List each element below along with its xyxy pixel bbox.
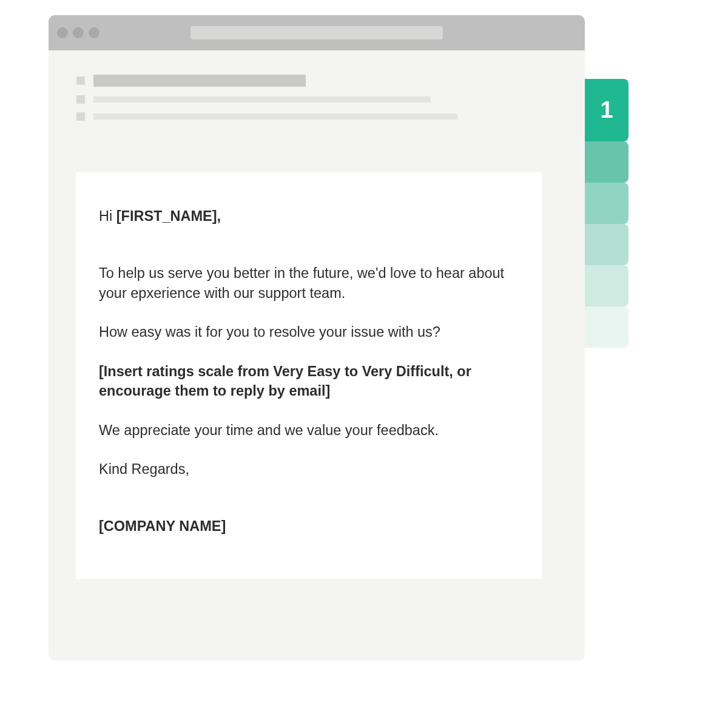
address-bar[interactable] [190, 26, 443, 39]
email-signoff: Kind Regards, [99, 459, 519, 479]
tab-5[interactable] [585, 265, 629, 306]
tab-4[interactable] [585, 224, 629, 265]
window-dot [73, 27, 84, 38]
side-tabs: 1 [585, 79, 629, 348]
window-controls [57, 27, 99, 38]
skeleton-square [76, 95, 85, 104]
tab-3[interactable] [585, 183, 629, 224]
skeleton-title [93, 75, 306, 87]
tab-6[interactable] [585, 306, 629, 348]
skeleton-square [76, 76, 85, 85]
email-company-token: [COMPANY NAME] [99, 516, 519, 536]
greeting-name-token: [FIRST_NAME], [116, 208, 221, 224]
email-rating-placeholder: [Insert ratings scale from Very Easy to … [99, 362, 519, 401]
email-greeting: Hi [FIRST_NAME], [99, 206, 519, 226]
window-dot [89, 27, 99, 38]
skeleton-square [76, 112, 85, 121]
page-header-skeleton [49, 50, 585, 121]
greeting-prefix: Hi [99, 208, 116, 224]
titlebar [49, 15, 585, 50]
email-paragraph: To help us serve you better in the futur… [99, 263, 519, 303]
email-paragraph: How easy was it for you to resolve your … [99, 322, 519, 342]
tab-1[interactable]: 1 [585, 79, 629, 141]
email-template-body: Hi [FIRST_NAME], To help us serve you be… [76, 172, 542, 579]
skeleton-line [93, 113, 457, 120]
email-paragraph: We appreciate your time and we value you… [99, 420, 519, 440]
skeleton-line [93, 96, 431, 103]
window-dot [57, 27, 68, 38]
tab-2[interactable] [585, 141, 629, 183]
